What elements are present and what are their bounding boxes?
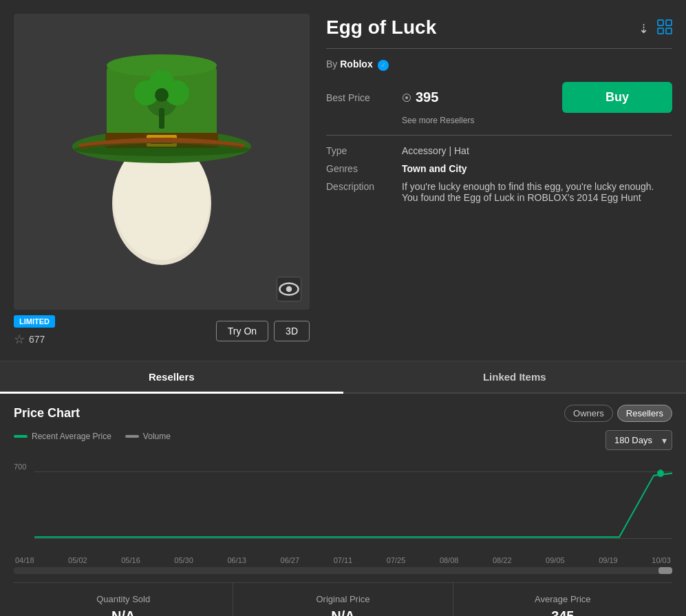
type-label: Type bbox=[326, 145, 402, 156]
stat-avg-price: Average Price 345 bbox=[453, 583, 672, 616]
legend-vol-label: Volume bbox=[143, 432, 171, 441]
description-label: Description bbox=[326, 181, 402, 192]
info-column: Egg of Luck ⇣ By Roblox ✓ Best Price bbox=[326, 14, 672, 347]
chart-svg bbox=[14, 457, 672, 553]
creator-link[interactable]: Roblox bbox=[340, 59, 372, 70]
date-4: 06/13 bbox=[227, 556, 246, 564]
svg-point-23 bbox=[657, 469, 664, 477]
chart-y-label: 700 bbox=[14, 463, 26, 471]
chart-dates: 04/18 05/02 05/16 05/30 06/13 06/27 07/1… bbox=[14, 556, 672, 564]
legend-avg-dot bbox=[14, 435, 28, 438]
best-price-label: Best Price bbox=[326, 92, 402, 103]
date-8: 08/08 bbox=[440, 556, 459, 564]
svg-rect-19 bbox=[666, 28, 672, 34]
buy-button[interactable]: Buy bbox=[562, 82, 672, 113]
type-row: Type Accessory | Hat bbox=[326, 145, 672, 156]
stat-avg-label: Average Price bbox=[459, 594, 667, 604]
description-value: If you're lucky enough to find this egg,… bbox=[402, 181, 672, 203]
stat-avg-value: 345 bbox=[459, 608, 667, 616]
legend-avg: Recent Average Price bbox=[14, 432, 111, 441]
date-7: 07/25 bbox=[387, 556, 406, 564]
svg-rect-13 bbox=[159, 108, 164, 129]
filter-resellers-button[interactable]: Resellers bbox=[617, 405, 672, 422]
date-1: 05/02 bbox=[68, 556, 87, 564]
stat-quantity-label: Quantity Sold bbox=[19, 594, 227, 604]
download-icon[interactable]: ⇣ bbox=[639, 21, 649, 36]
item-image bbox=[14, 14, 310, 310]
stat-original-value: N/A bbox=[239, 608, 447, 616]
robux-icon: ⦿ bbox=[402, 92, 411, 103]
layout-icon bbox=[657, 19, 672, 34]
filter-owners-button[interactable]: Owners bbox=[564, 405, 613, 422]
limited-badge: LIMITED bbox=[14, 315, 55, 328]
title-icons: ⇣ bbox=[639, 19, 672, 38]
eye-icon bbox=[277, 172, 301, 310]
date-6: 07/11 bbox=[334, 556, 353, 564]
legend-avg-label: Recent Average Price bbox=[32, 432, 111, 441]
legend-vol-dot bbox=[125, 435, 139, 438]
item-title: Egg of Luck bbox=[326, 17, 436, 39]
scrollbar-thumb[interactable] bbox=[658, 567, 672, 574]
see-resellers-link[interactable]: See more Resellers bbox=[402, 116, 672, 125]
grid-icon[interactable] bbox=[657, 19, 672, 38]
image-column: LIMITED ☆ 677 Try On 3D bbox=[14, 14, 310, 347]
stat-original-price: Original Price N/A bbox=[233, 583, 452, 616]
date-10: 09/05 bbox=[546, 556, 565, 564]
chart-scrollbar[interactable] bbox=[14, 567, 672, 574]
favorites-count: 677 bbox=[29, 334, 45, 345]
date-5: 06/27 bbox=[281, 556, 300, 564]
tabs-section: Resellers Linked Items bbox=[0, 361, 686, 394]
favorites-star-icon: ☆ bbox=[14, 332, 25, 347]
date-0: 04/18 bbox=[15, 556, 34, 564]
chart-filters: Owners Resellers bbox=[564, 405, 672, 422]
chart-title: Price Chart bbox=[14, 406, 80, 421]
stats-row: Quantity Sold N/A Original Price N/A Ave… bbox=[14, 582, 672, 616]
tab-linked-items[interactable]: Linked Items bbox=[343, 361, 687, 392]
verified-icon: ✓ bbox=[378, 60, 389, 71]
genres-label: Genres bbox=[326, 163, 402, 174]
try-on-button[interactable]: Try On bbox=[216, 321, 268, 341]
tabs-row: Resellers Linked Items bbox=[0, 361, 686, 394]
days-select-wrapper[interactable]: 180 Days 90 Days 30 Days bbox=[605, 430, 672, 450]
chart-area: 700 bbox=[14, 457, 672, 553]
three-d-button[interactable]: 3D bbox=[274, 321, 310, 341]
date-9: 08/22 bbox=[493, 556, 512, 564]
date-12: 10/03 bbox=[652, 556, 671, 564]
legend-vol: Volume bbox=[125, 432, 171, 441]
description-row: Description If you're lucky enough to fi… bbox=[326, 181, 672, 203]
svg-rect-18 bbox=[666, 20, 672, 25]
svg-rect-17 bbox=[658, 20, 663, 25]
svg-rect-20 bbox=[658, 28, 663, 34]
divider-1 bbox=[326, 135, 672, 136]
svg-point-16 bbox=[286, 286, 292, 293]
chart-legend: Recent Average Price Volume bbox=[14, 432, 171, 441]
type-value: Accessory | Hat bbox=[402, 145, 469, 156]
tab-resellers[interactable]: Resellers bbox=[0, 361, 343, 392]
svg-point-12 bbox=[155, 88, 169, 102]
stat-quantity-value: N/A bbox=[19, 608, 227, 616]
genres-row: Genres Town and City bbox=[326, 163, 672, 174]
date-11: 09/19 bbox=[599, 556, 618, 564]
stat-quantity: Quantity Sold N/A bbox=[14, 583, 233, 616]
creator-row: By Roblox ✓ bbox=[326, 59, 672, 71]
chart-section: Price Chart Owners Resellers Recent Aver… bbox=[0, 394, 686, 616]
view-icon-button[interactable] bbox=[277, 277, 301, 301]
date-2: 05/16 bbox=[121, 556, 140, 564]
item-illustration bbox=[45, 45, 279, 279]
stat-original-label: Original Price bbox=[239, 594, 447, 604]
genres-value: Town and City bbox=[402, 163, 467, 174]
date-3: 05/30 bbox=[174, 556, 193, 564]
svg-point-14 bbox=[74, 142, 250, 156]
price-amount: 395 bbox=[416, 89, 438, 105]
days-select[interactable]: 180 Days 90 Days 30 Days bbox=[605, 430, 672, 450]
